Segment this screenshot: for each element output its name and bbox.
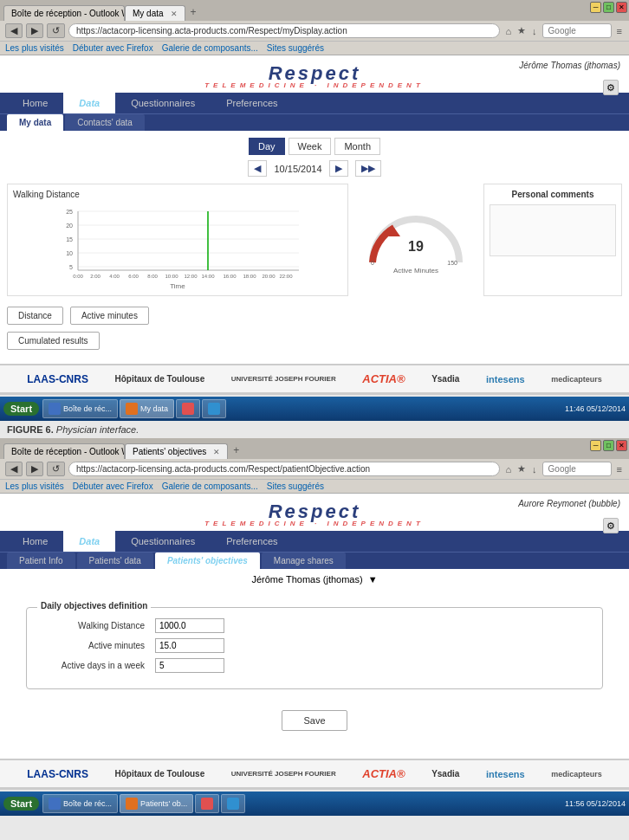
browser-tab-2-inactive[interactable]: Boîte de réception - Outlook W... ✕ [3,443,125,459]
taskbar-icon-3 [182,403,194,415]
browser-tab-2-active[interactable]: Patients' objectives ✕ [125,443,228,459]
nav-home-2[interactable]: Home [7,531,63,552]
subnav-patient-info[interactable]: Patient Info [7,552,75,569]
new-tab-btn-2[interactable]: + [228,442,244,459]
menu-icon-2[interactable]: ≡ [615,463,624,475]
maximize-btn-2[interactable]: □ [603,440,614,451]
tab-close-mydata[interactable]: ✕ [171,10,178,18]
nav-questionnaires-1[interactable]: Questionnaires [115,93,211,113]
nav-data-1[interactable]: Data [63,93,115,113]
form-input-walking-distance[interactable] [155,618,224,633]
new-tab-btn-1[interactable]: + [185,3,202,21]
forward-btn-2[interactable]: ▶ [26,462,43,476]
bookmark-suggested-2[interactable]: Sites suggérés [267,481,324,491]
taskbar-item-4-2[interactable] [221,794,245,813]
taskbar-item-label-patients-2: Patients' ob... [140,799,187,808]
settings-btn-1[interactable]: ⚙ [603,80,619,95]
prev-date-btn[interactable]: ◀ [248,160,267,177]
home-icon-2[interactable]: ⌂ [503,463,513,475]
period-day-btn[interactable]: Day [249,138,285,155]
comments-container: Personal comments [483,184,622,296]
save-btn[interactable]: Save [282,710,347,731]
bookmark-firefox[interactable]: Débuter avec Firefox [73,43,153,53]
download-icon-1[interactable]: ↓ [530,25,539,37]
menu-icon-1[interactable]: ≡ [615,25,624,37]
nav-preferences-2[interactable]: Preferences [211,531,293,552]
search-bar-1[interactable] [542,23,612,38]
maximize-btn-1[interactable]: □ [603,2,614,13]
comments-textarea[interactable] [490,204,616,256]
taskbar-icon-mydata [126,403,138,415]
taskbar-2: Start Boîte de réc... Patients' ob... 11… [0,792,629,816]
minimize-btn-1[interactable]: ─ [590,2,601,13]
subnav-patients-data[interactable]: Patients' data [77,552,153,569]
reload-btn-2[interactable]: ↺ [47,462,65,476]
svg-text:20: 20 [66,223,73,229]
subnav-manage-shares[interactable]: Manage shares [262,552,346,569]
gauge-svg: 0 150 19 [364,206,468,267]
nav-preferences-1[interactable]: Preferences [211,93,293,113]
patient-dropdown-arrow[interactable]: ▼ [368,574,378,585]
forward-btn-1[interactable]: ▶ [26,23,43,38]
taskbar-item-patients-2[interactable]: Patients' ob... [120,794,193,813]
logo-medi: medicapteurs [551,375,602,384]
browser-tab-1-inactive[interactable]: Boîte de réception - Outlook W... ✕ [3,5,125,21]
nav-home-1[interactable]: Home [7,93,63,113]
bookmark-most-visited[interactable]: Les plus visités [5,43,64,53]
chart-title: Walking Distance [13,190,342,199]
taskbar-item-inbox-2[interactable]: Boîte de réc... [42,794,118,813]
back-btn-1[interactable]: ◀ [5,23,23,38]
settings-btn-2[interactable]: ⚙ [603,518,619,533]
minimize-btn-2[interactable]: ─ [590,440,601,451]
bookmark-gallery-2[interactable]: Galerie de composants... [162,481,258,491]
reload-btn-1[interactable]: ↺ [47,23,65,38]
logo-laas-2: LAAS-CNRS [27,768,88,780]
search-bar-2[interactable] [542,462,612,476]
start-btn-1[interactable]: Start [3,402,39,416]
address-bar-1[interactable] [68,23,500,38]
period-week-btn[interactable]: Week [289,138,332,155]
comments-title: Personal comments [490,190,616,199]
app-nav-2: Home Data Questionnaires Preferences [0,531,629,552]
next-next-date-btn[interactable]: ▶▶ [355,160,381,177]
start-btn-2[interactable]: Start [3,797,39,811]
bookmark-gallery[interactable]: Galerie de composants... [162,43,258,53]
address-bar-2[interactable] [68,462,500,476]
bookmark-suggested[interactable]: Sites suggérés [267,43,324,53]
form-input-active-minutes[interactable] [155,638,224,653]
gauge-container: 0 150 19 Active Minutes [355,184,477,296]
taskbar-item-label-inbox-2: Boîte de réc... [63,799,112,808]
footer-logos-1: LAAS-CNRS Hôpitaux de Toulouse UNIVERSIT… [0,364,629,392]
taskbar-item-inbox-1[interactable]: Boîte de réc... [42,399,118,418]
download-icon-2[interactable]: ↓ [530,463,539,475]
active-minutes-btn[interactable]: Active minutes [70,307,149,325]
taskbar-item-4-1[interactable] [202,399,226,418]
tab-close-patients-obj[interactable]: ✕ [213,448,220,456]
taskbar-item-3-1[interactable] [176,399,200,418]
svg-text:0:00: 0:00 [73,274,83,279]
bookmark-most-visited-2[interactable]: Les plus visités [5,481,64,491]
close-btn-2[interactable]: ✕ [616,440,627,451]
subnav-patients-objectives[interactable]: Patients' objectives [155,552,260,569]
taskbar-item-3-2[interactable] [195,794,219,813]
close-btn-1[interactable]: ✕ [616,2,627,13]
svg-text:22:00: 22:00 [279,274,293,279]
distance-btn[interactable]: Distance [7,307,63,325]
logo-sub-1: TELEMEDICINE · INDEPENDENT [0,81,629,89]
cumulated-results-btn[interactable]: Cumulated results [7,332,100,350]
bookmark-icon-1[interactable]: ★ [516,24,528,37]
taskbar-item-mydata-1[interactable]: My data [120,399,174,418]
nav-questionnaires-2[interactable]: Questionnaires [115,531,211,552]
browser-tab-1-active[interactable]: My data ✕ [125,5,185,21]
bookmark-firefox-2[interactable]: Débuter avec Firefox [73,481,153,491]
subnav-mydata[interactable]: My data [7,114,63,131]
home-icon-1[interactable]: ⌂ [503,25,513,37]
form-input-active-days[interactable] [155,658,224,673]
next-date-btn[interactable]: ▶ [329,160,348,177]
subnav-contacts-data[interactable]: Contacts' data [65,114,145,131]
period-month-btn[interactable]: Month [334,138,380,155]
back-btn-2[interactable]: ◀ [5,462,23,476]
nav-data-2[interactable]: Data [63,531,115,552]
content-area-1: Day Week Month ◀ 10/15/2014 ▶ ▶▶ Walking… [0,131,629,360]
bookmark-icon-2[interactable]: ★ [516,462,528,475]
